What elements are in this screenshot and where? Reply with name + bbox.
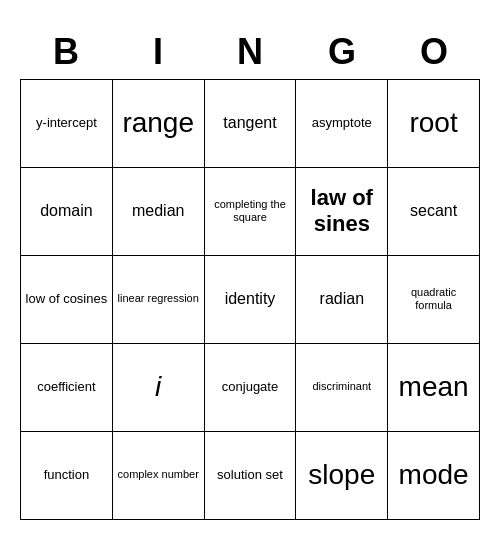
bingo-cell-1: range	[113, 80, 205, 168]
bingo-cell-16: i	[113, 344, 205, 432]
header-letter-G: G	[296, 25, 388, 79]
bingo-cell-11: linear regression	[113, 256, 205, 344]
bingo-cell-9: secant	[388, 168, 480, 256]
header-letter-I: I	[112, 25, 204, 79]
bingo-cell-6: median	[113, 168, 205, 256]
bingo-cell-14: quadratic formula	[388, 256, 480, 344]
bingo-cell-13: radian	[296, 256, 388, 344]
bingo-cell-5: domain	[21, 168, 113, 256]
header-letter-N: N	[204, 25, 296, 79]
bingo-grid: y-interceptrangetangentasymptoterootdoma…	[20, 79, 480, 520]
bingo-cell-15: coefficient	[21, 344, 113, 432]
bingo-cell-19: mean	[388, 344, 480, 432]
bingo-cell-8: law of sines	[296, 168, 388, 256]
bingo-cell-3: asymptote	[296, 80, 388, 168]
bingo-header: BINGO	[20, 25, 480, 79]
bingo-cell-2: tangent	[205, 80, 297, 168]
bingo-cell-23: slope	[296, 432, 388, 520]
bingo-cell-18: discriminant	[296, 344, 388, 432]
bingo-cell-20: function	[21, 432, 113, 520]
header-letter-O: O	[388, 25, 480, 79]
bingo-cell-24: mode	[388, 432, 480, 520]
bingo-cell-21: complex number	[113, 432, 205, 520]
bingo-cell-0: y-intercept	[21, 80, 113, 168]
bingo-cell-7: completing the square	[205, 168, 297, 256]
bingo-cell-22: solution set	[205, 432, 297, 520]
bingo-card: BINGO y-interceptrangetangentasymptotero…	[20, 25, 480, 520]
bingo-cell-10: low of cosines	[21, 256, 113, 344]
bingo-cell-4: root	[388, 80, 480, 168]
bingo-cell-12: identity	[205, 256, 297, 344]
header-letter-B: B	[20, 25, 112, 79]
bingo-cell-17: conjugate	[205, 344, 297, 432]
